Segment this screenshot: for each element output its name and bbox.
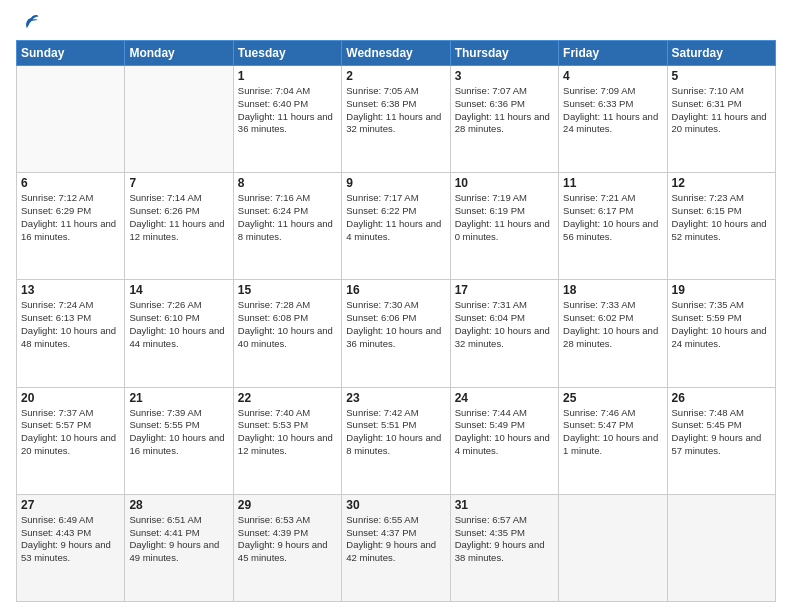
day-info: Sunrise: 7:12 AM Sunset: 6:29 PM Dayligh… [21, 192, 120, 243]
day-number: 20 [21, 391, 120, 405]
day-number: 19 [672, 283, 771, 297]
day-number: 25 [563, 391, 662, 405]
calendar-cell [559, 494, 667, 601]
day-number: 6 [21, 176, 120, 190]
day-info: Sunrise: 7:44 AM Sunset: 5:49 PM Dayligh… [455, 407, 554, 458]
calendar-cell: 22Sunrise: 7:40 AM Sunset: 5:53 PM Dayli… [233, 387, 341, 494]
weekday-header-thursday: Thursday [450, 41, 558, 66]
day-number: 1 [238, 69, 337, 83]
day-number: 18 [563, 283, 662, 297]
day-info: Sunrise: 7:14 AM Sunset: 6:26 PM Dayligh… [129, 192, 228, 243]
week-row-1: 1Sunrise: 7:04 AM Sunset: 6:40 PM Daylig… [17, 66, 776, 173]
day-number: 23 [346, 391, 445, 405]
day-number: 22 [238, 391, 337, 405]
day-info: Sunrise: 7:39 AM Sunset: 5:55 PM Dayligh… [129, 407, 228, 458]
day-number: 24 [455, 391, 554, 405]
calendar-cell: 30Sunrise: 6:55 AM Sunset: 4:37 PM Dayli… [342, 494, 450, 601]
day-number: 9 [346, 176, 445, 190]
day-info: Sunrise: 7:40 AM Sunset: 5:53 PM Dayligh… [238, 407, 337, 458]
calendar-cell: 26Sunrise: 7:48 AM Sunset: 5:45 PM Dayli… [667, 387, 775, 494]
logo-bird-icon [18, 12, 40, 34]
calendar-cell [17, 66, 125, 173]
day-info: Sunrise: 7:09 AM Sunset: 6:33 PM Dayligh… [563, 85, 662, 136]
calendar-cell: 28Sunrise: 6:51 AM Sunset: 4:41 PM Dayli… [125, 494, 233, 601]
day-number: 4 [563, 69, 662, 83]
calendar-cell: 12Sunrise: 7:23 AM Sunset: 6:15 PM Dayli… [667, 173, 775, 280]
day-info: Sunrise: 6:53 AM Sunset: 4:39 PM Dayligh… [238, 514, 337, 565]
calendar-cell [125, 66, 233, 173]
day-info: Sunrise: 7:10 AM Sunset: 6:31 PM Dayligh… [672, 85, 771, 136]
day-info: Sunrise: 6:55 AM Sunset: 4:37 PM Dayligh… [346, 514, 445, 565]
calendar-cell: 29Sunrise: 6:53 AM Sunset: 4:39 PM Dayli… [233, 494, 341, 601]
day-number: 11 [563, 176, 662, 190]
weekday-header-friday: Friday [559, 41, 667, 66]
calendar-cell: 20Sunrise: 7:37 AM Sunset: 5:57 PM Dayli… [17, 387, 125, 494]
calendar-cell: 3Sunrise: 7:07 AM Sunset: 6:36 PM Daylig… [450, 66, 558, 173]
calendar-cell: 21Sunrise: 7:39 AM Sunset: 5:55 PM Dayli… [125, 387, 233, 494]
day-number: 2 [346, 69, 445, 83]
calendar-cell: 1Sunrise: 7:04 AM Sunset: 6:40 PM Daylig… [233, 66, 341, 173]
day-info: Sunrise: 7:42 AM Sunset: 5:51 PM Dayligh… [346, 407, 445, 458]
day-info: Sunrise: 7:04 AM Sunset: 6:40 PM Dayligh… [238, 85, 337, 136]
day-info: Sunrise: 6:57 AM Sunset: 4:35 PM Dayligh… [455, 514, 554, 565]
calendar-cell: 15Sunrise: 7:28 AM Sunset: 6:08 PM Dayli… [233, 280, 341, 387]
calendar-cell: 8Sunrise: 7:16 AM Sunset: 6:24 PM Daylig… [233, 173, 341, 280]
calendar-cell: 18Sunrise: 7:33 AM Sunset: 6:02 PM Dayli… [559, 280, 667, 387]
day-number: 30 [346, 498, 445, 512]
day-number: 27 [21, 498, 120, 512]
day-info: Sunrise: 6:51 AM Sunset: 4:41 PM Dayligh… [129, 514, 228, 565]
day-info: Sunrise: 7:24 AM Sunset: 6:13 PM Dayligh… [21, 299, 120, 350]
week-row-3: 13Sunrise: 7:24 AM Sunset: 6:13 PM Dayli… [17, 280, 776, 387]
calendar-cell: 13Sunrise: 7:24 AM Sunset: 6:13 PM Dayli… [17, 280, 125, 387]
calendar-cell: 27Sunrise: 6:49 AM Sunset: 4:43 PM Dayli… [17, 494, 125, 601]
day-info: Sunrise: 7:17 AM Sunset: 6:22 PM Dayligh… [346, 192, 445, 243]
day-info: Sunrise: 7:46 AM Sunset: 5:47 PM Dayligh… [563, 407, 662, 458]
day-info: Sunrise: 7:31 AM Sunset: 6:04 PM Dayligh… [455, 299, 554, 350]
day-info: Sunrise: 7:05 AM Sunset: 6:38 PM Dayligh… [346, 85, 445, 136]
calendar-table: SundayMondayTuesdayWednesdayThursdayFrid… [16, 40, 776, 602]
week-row-2: 6Sunrise: 7:12 AM Sunset: 6:29 PM Daylig… [17, 173, 776, 280]
day-number: 10 [455, 176, 554, 190]
calendar-cell [667, 494, 775, 601]
weekday-header-row: SundayMondayTuesdayWednesdayThursdayFrid… [17, 41, 776, 66]
weekday-header-tuesday: Tuesday [233, 41, 341, 66]
header [16, 12, 776, 34]
day-number: 12 [672, 176, 771, 190]
day-info: Sunrise: 7:35 AM Sunset: 5:59 PM Dayligh… [672, 299, 771, 350]
day-number: 7 [129, 176, 228, 190]
day-info: Sunrise: 7:21 AM Sunset: 6:17 PM Dayligh… [563, 192, 662, 243]
day-info: Sunrise: 7:33 AM Sunset: 6:02 PM Dayligh… [563, 299, 662, 350]
weekday-header-sunday: Sunday [17, 41, 125, 66]
day-info: Sunrise: 7:07 AM Sunset: 6:36 PM Dayligh… [455, 85, 554, 136]
day-number: 5 [672, 69, 771, 83]
weekday-header-wednesday: Wednesday [342, 41, 450, 66]
day-info: Sunrise: 6:49 AM Sunset: 4:43 PM Dayligh… [21, 514, 120, 565]
calendar-cell: 6Sunrise: 7:12 AM Sunset: 6:29 PM Daylig… [17, 173, 125, 280]
calendar-cell: 2Sunrise: 7:05 AM Sunset: 6:38 PM Daylig… [342, 66, 450, 173]
calendar-cell: 7Sunrise: 7:14 AM Sunset: 6:26 PM Daylig… [125, 173, 233, 280]
calendar-cell: 10Sunrise: 7:19 AM Sunset: 6:19 PM Dayli… [450, 173, 558, 280]
day-info: Sunrise: 7:30 AM Sunset: 6:06 PM Dayligh… [346, 299, 445, 350]
day-info: Sunrise: 7:19 AM Sunset: 6:19 PM Dayligh… [455, 192, 554, 243]
calendar-cell: 14Sunrise: 7:26 AM Sunset: 6:10 PM Dayli… [125, 280, 233, 387]
day-number: 13 [21, 283, 120, 297]
calendar-cell: 23Sunrise: 7:42 AM Sunset: 5:51 PM Dayli… [342, 387, 450, 494]
day-number: 14 [129, 283, 228, 297]
day-number: 31 [455, 498, 554, 512]
calendar-cell: 25Sunrise: 7:46 AM Sunset: 5:47 PM Dayli… [559, 387, 667, 494]
calendar-cell: 24Sunrise: 7:44 AM Sunset: 5:49 PM Dayli… [450, 387, 558, 494]
day-info: Sunrise: 7:28 AM Sunset: 6:08 PM Dayligh… [238, 299, 337, 350]
calendar-cell: 9Sunrise: 7:17 AM Sunset: 6:22 PM Daylig… [342, 173, 450, 280]
calendar-cell: 31Sunrise: 6:57 AM Sunset: 4:35 PM Dayli… [450, 494, 558, 601]
day-number: 21 [129, 391, 228, 405]
day-number: 17 [455, 283, 554, 297]
weekday-header-monday: Monday [125, 41, 233, 66]
week-row-5: 27Sunrise: 6:49 AM Sunset: 4:43 PM Dayli… [17, 494, 776, 601]
day-number: 28 [129, 498, 228, 512]
calendar-cell: 5Sunrise: 7:10 AM Sunset: 6:31 PM Daylig… [667, 66, 775, 173]
calendar-cell: 17Sunrise: 7:31 AM Sunset: 6:04 PM Dayli… [450, 280, 558, 387]
calendar-cell: 11Sunrise: 7:21 AM Sunset: 6:17 PM Dayli… [559, 173, 667, 280]
day-info: Sunrise: 7:37 AM Sunset: 5:57 PM Dayligh… [21, 407, 120, 458]
day-number: 16 [346, 283, 445, 297]
day-number: 3 [455, 69, 554, 83]
